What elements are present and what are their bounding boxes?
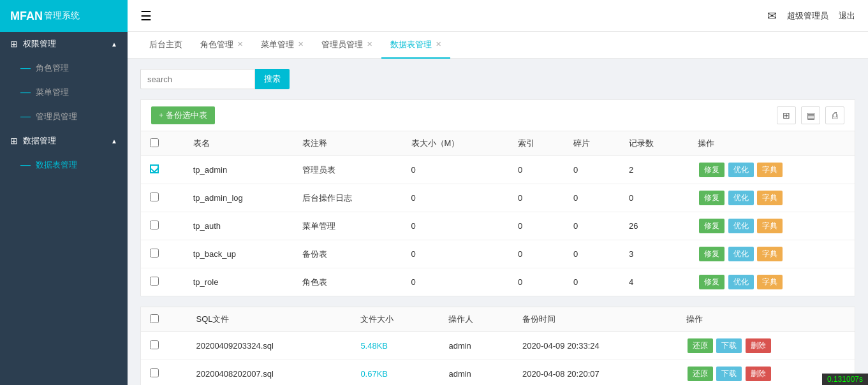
sidebar-group-permission[interactable]: ⊞ 权限管理 ▲ [0,32,128,56]
list-view-button[interactable]: ▤ [801,106,820,124]
tab-admin[interactable]: 管理员管理 ✕ [313,32,381,59]
tab-home-label: 后台主页 [149,39,182,50]
tab-menu-close[interactable]: ✕ [298,40,304,48]
repair-button[interactable]: 修复 [699,219,725,233]
cell-index: 0 [509,268,564,296]
table2-wrapper: SQL文件 文件大小 操作人 备份时间 操作 20200409203324.sq… [141,307,855,385]
dict-button[interactable]: 字典 [757,163,783,177]
sidebar: MFAN 管理系统 ⊞ 权限管理 ▲ — 角色管理 — 菜单管理 — 管理员管理… [0,0,128,385]
print-icon: ⎙ [832,110,837,120]
optimize-button[interactable]: 优化 [728,247,754,261]
search-input[interactable] [140,69,255,89]
optimize-button[interactable]: 优化 [728,219,754,233]
row-checkbox[interactable] [150,192,159,201]
col-index: 索引 [509,131,564,156]
sidebar-item-role-label: 角色管理 [36,62,69,74]
tab-menu-label: 菜单管理 [261,39,294,50]
table-row: tp_auth 菜单管理 0 0 0 26 修复 优化 字典 [141,212,855,240]
col-operator: 操作人 [439,307,513,332]
sidebar-item-datatable-label: 数据表管理 [36,159,77,171]
tab-home[interactable]: 后台主页 [140,32,191,59]
download-button[interactable]: 下载 [716,338,742,353]
dict-button[interactable]: 字典 [757,219,783,233]
optimize-button[interactable]: 优化 [728,275,754,289]
delete-button[interactable]: 删除 [746,367,771,381]
col-sqlfile: SQL文件 [187,307,351,332]
repair-button[interactable]: 修复 [699,163,725,177]
download-button[interactable]: 下载 [716,367,742,381]
select-all-checkbox-2[interactable] [150,314,159,323]
repair-button[interactable]: 修复 [699,191,725,205]
dash-icon: — [20,62,31,74]
row-checkbox[interactable] [150,249,159,258]
sidebar-item-role[interactable]: — 角色管理 [0,56,128,80]
cell-actions: 修复 优化 字典 [689,268,855,296]
cell-records: 0 [620,184,689,212]
row-checkbox[interactable] [150,368,159,377]
cell-records: 2 [620,156,689,184]
cell-comment: 角色表 [293,268,402,296]
dict-button[interactable]: 字典 [757,275,783,289]
optimize-button[interactable]: 优化 [728,191,754,205]
tab-role[interactable]: 角色管理 ✕ [191,32,252,59]
database-table: 表名 表注释 表大小（M） 索引 碎片 记录数 操作 tp_admin 管理员表… [141,131,855,296]
repair-button[interactable]: 修复 [699,247,725,261]
system-name: 管理系统 [44,10,80,22]
grid-view-button[interactable]: ⊞ [777,106,796,124]
cell-actions: 修复 优化 字典 [689,156,855,184]
cell-comment: 管理员表 [293,156,402,184]
sidebar-item-admin-label: 管理员管理 [36,111,77,122]
row-checkbox[interactable] [150,164,159,173]
tab-admin-close[interactable]: ✕ [367,40,372,48]
cell-tablename: tp_back_up [184,240,293,268]
repair-button[interactable]: 修复 [699,275,725,289]
row-checkbox[interactable] [150,277,159,286]
row-checkbox[interactable] [150,221,159,229]
col-tablename: 表名 [184,131,293,156]
hamburger-icon[interactable]: ☰ [140,8,152,24]
chevron-up-icon: ▲ [111,41,117,48]
col-action: 操作 [689,131,855,156]
restore-button[interactable]: 还原 [688,367,713,381]
cell-filesize: 0.67KB [351,360,439,386]
sidebar-group-permission-label: 权限管理 [23,38,56,50]
cell-backup-time: 2020-04-09 20:33:24 [513,332,677,360]
cell-operator: admin [439,360,513,386]
sidebar-item-admin[interactable]: — 管理员管理 [0,105,128,129]
sidebar-item-menu[interactable]: — 菜单管理 [0,80,128,105]
dict-button[interactable]: 字典 [757,247,783,261]
table-toolbar: + 备份选中表 ⊞ ▤ ⎙ [141,100,855,131]
cell-index: 0 [509,184,564,212]
tab-menu[interactable]: 菜单管理 ✕ [252,32,313,59]
cell-actions2: 还原 下载 删除 [677,332,855,360]
tab-datatable[interactable]: 数据表管理 ✕ [381,32,450,59]
sidebar-group-data-label: 数据管理 [23,135,56,147]
tab-role-close[interactable]: ✕ [237,40,243,48]
cell-comment: 后台操作日志 [293,184,402,212]
tab-datatable-label: 数据表管理 [390,39,432,50]
tab-role-label: 角色管理 [200,39,233,50]
sidebar-item-datatable[interactable]: — 数据表管理 [0,153,128,177]
delete-button[interactable]: 删除 [746,338,771,353]
logout-button[interactable]: 退出 [839,10,855,22]
cell-backup-time: 2020-04-08 20:20:07 [513,360,677,386]
table1-wrapper: 表名 表注释 表大小（M） 索引 碎片 记录数 操作 tp_admin 管理员表… [141,131,855,296]
dash-icon: — [20,111,31,122]
status-value: 0.131007s [827,375,863,384]
search-button[interactable]: 搜索 [255,69,290,89]
row-checkbox[interactable] [150,340,159,349]
backup-selected-button[interactable]: + 备份选中表 [151,106,215,124]
cell-fragment: 0 [564,156,620,184]
table-row: tp_admin 管理员表 0 0 0 2 修复 优化 字典 [141,156,855,184]
sidebar-group-data[interactable]: ⊞ 数据管理 ▲ [0,129,128,153]
restore-button[interactable]: 还原 [688,338,713,353]
table-row: tp_back_up 备份表 0 0 0 3 修复 优化 字典 [141,240,855,268]
optimize-button[interactable]: 优化 [728,163,754,177]
dict-button[interactable]: 字典 [757,191,783,205]
dash-icon: — [20,87,31,98]
backup-table-section: SQL文件 文件大小 操作人 备份时间 操作 20200409203324.sq… [140,307,855,385]
print-button[interactable]: ⎙ [825,106,844,124]
mail-icon[interactable]: ✉ [767,9,777,23]
tab-datatable-close[interactable]: ✕ [436,40,441,48]
select-all-checkbox-1[interactable] [150,138,159,147]
